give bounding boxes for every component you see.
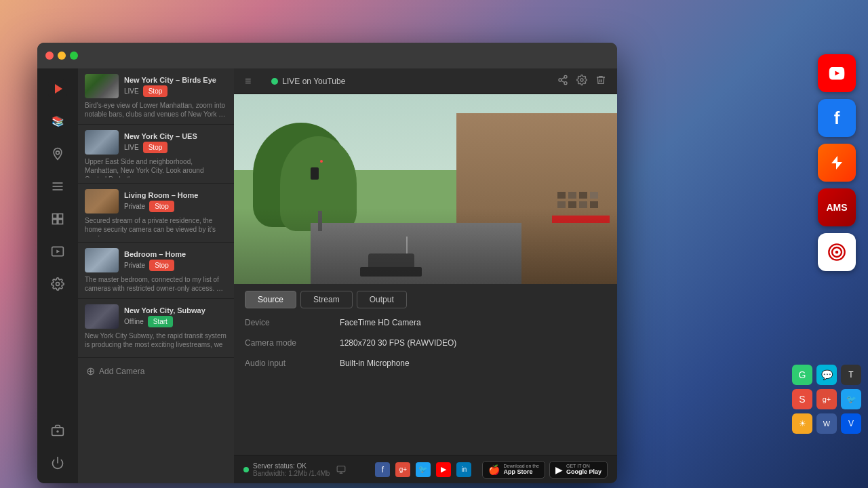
stop-button-2[interactable]: Stop bbox=[143, 142, 168, 153]
device-row: Device FaceTime HD Camera bbox=[245, 318, 606, 327]
svg-line-18 bbox=[561, 77, 565, 79]
sidebar-item-list[interactable] bbox=[44, 173, 71, 200]
desktop-target[interactable] bbox=[818, 233, 856, 271]
share-icon[interactable] bbox=[557, 75, 568, 88]
stream-status-5: Offline bbox=[124, 318, 144, 325]
stream-item-4[interactable]: Bedroom – Home Private Stop The master b… bbox=[78, 243, 234, 299]
sidebar-item-power[interactable] bbox=[44, 449, 71, 476]
social-googleplus[interactable]: g+ bbox=[395, 462, 410, 477]
app-store-badge[interactable]: 🍎 Download on the App Store bbox=[482, 461, 545, 479]
svg-point-15 bbox=[559, 79, 561, 81]
desktop-ams[interactable]: AMS bbox=[818, 188, 856, 226]
stream-status-1: LIVE bbox=[124, 87, 139, 95]
desktop-apps-bottom: G 💬 T S g+ 🐦 ☀ W V bbox=[792, 365, 861, 434]
tab-output[interactable]: Output bbox=[357, 291, 407, 308]
tab-source[interactable]: Source bbox=[245, 291, 296, 308]
maximize-button[interactable] bbox=[70, 52, 78, 60]
desktop-facebook[interactable]: f bbox=[818, 99, 856, 137]
stream-thumb-1 bbox=[85, 74, 119, 98]
svg-line-17 bbox=[561, 81, 565, 83]
stream-item-2[interactable]: New York City – UES LIVE Stop Upper East… bbox=[78, 125, 234, 184]
social-youtube[interactable]: ▶ bbox=[436, 462, 451, 477]
google-play-icon: ▶ bbox=[555, 464, 563, 475]
stream-title-2: New York City – UES bbox=[124, 132, 227, 140]
sidebar-item-stream[interactable] bbox=[44, 238, 71, 265]
sidebar-item-add[interactable] bbox=[44, 417, 71, 444]
add-camera-button[interactable]: ⊕ Add Camera bbox=[78, 358, 234, 384]
start-button-5[interactable]: Start bbox=[148, 316, 173, 327]
stream-item-1[interactable]: New York City – Birds Eye LIVE Stop Bird… bbox=[78, 68, 234, 125]
google-play-badge[interactable]: ▶ GET IT ON Google Play bbox=[549, 461, 608, 479]
sidebar-item-location[interactable] bbox=[44, 140, 71, 167]
stream-status-3: Private bbox=[124, 203, 145, 210]
svg-point-19 bbox=[580, 79, 583, 81]
google-play-sub: GET IT ON bbox=[566, 464, 601, 468]
sidebar-item-home[interactable] bbox=[44, 75, 71, 102]
desktop-youtube[interactable] bbox=[818, 54, 856, 92]
desktop-nitro[interactable] bbox=[818, 144, 856, 182]
mini-icon-2[interactable]: 💬 bbox=[816, 365, 837, 385]
device-value: FaceTime HD Camera bbox=[340, 318, 421, 327]
stream-desc-2: Upper East Side and neighborhood, Manhat… bbox=[85, 157, 227, 178]
camera-mode-row: Camera mode 868x488 30 FPS (RAWVIDEO) bbox=[245, 338, 606, 348]
right-panel: ≡ LIVE on YouTube bbox=[234, 68, 617, 483]
sidebar-item-library[interactable]: 📚 bbox=[44, 108, 71, 135]
svg-point-0 bbox=[56, 151, 60, 155]
camera-mode-value: 868x488 30 FPS (RAWVIDEO) bbox=[340, 338, 456, 348]
mini-icon-8[interactable]: W bbox=[816, 413, 837, 434]
svg-rect-1 bbox=[53, 182, 63, 184]
mini-icon-1[interactable]: G bbox=[792, 365, 812, 385]
stream-desc-1: Bird's-eye view of Lower Manhattan, zoom… bbox=[85, 101, 227, 119]
stream-thumb-2 bbox=[85, 130, 119, 155]
close-button[interactable] bbox=[45, 52, 54, 60]
svg-rect-4 bbox=[53, 214, 58, 219]
stream-desc-4: The master bedroom, connected to my list… bbox=[85, 275, 227, 293]
live-status-text: LIVE on YouTube bbox=[282, 77, 345, 86]
stream-status-4: Private bbox=[124, 262, 145, 269]
stream-desc-3: Secured stream of a private residence, t… bbox=[85, 216, 227, 237]
sidebar-item-settings[interactable] bbox=[44, 270, 71, 298]
minimize-button[interactable] bbox=[58, 52, 66, 60]
svg-rect-6 bbox=[53, 220, 58, 224]
bottom-controls: Source Stream Output Device FaceTime HD … bbox=[234, 284, 617, 455]
titlebar bbox=[37, 43, 617, 68]
settings-icon[interactable] bbox=[576, 75, 587, 88]
stop-button-4[interactable]: Stop bbox=[149, 260, 174, 271]
svg-point-16 bbox=[564, 81, 567, 84]
mini-icon-7[interactable]: ☀ bbox=[792, 413, 812, 434]
sidebar-item-grid[interactable] bbox=[44, 205, 71, 232]
social-facebook[interactable]: f bbox=[375, 462, 390, 477]
device-info-table: Device FaceTime HD Camera Camera mode 12… bbox=[245, 318, 606, 368]
add-icon: ⊕ bbox=[86, 365, 95, 378]
svg-point-9 bbox=[56, 283, 60, 286]
server-status: Server status: OK Bandwidth: 1.2Mb /1.4M… bbox=[243, 462, 375, 477]
main-window: 📚 bbox=[37, 43, 617, 483]
stream-status-2: LIVE bbox=[124, 144, 139, 151]
stream-title-5: New York City, Subway bbox=[124, 306, 227, 314]
mini-icon-5[interactable]: g+ bbox=[816, 389, 837, 409]
mini-icon-9[interactable]: V bbox=[841, 413, 861, 434]
stop-button-3[interactable]: Stop bbox=[149, 201, 174, 212]
hamburger-icon[interactable]: ≡ bbox=[245, 75, 251, 87]
delete-icon[interactable] bbox=[595, 75, 606, 88]
stream-title-4: Bedroom – Home bbox=[124, 250, 227, 258]
stream-item-5[interactable]: New York City, Subway Offline Start New … bbox=[78, 299, 234, 358]
svg-rect-2 bbox=[53, 186, 63, 187]
audio-input-value: Built-in Microphone bbox=[340, 359, 410, 368]
stream-thumb-4 bbox=[85, 248, 119, 272]
live-indicator: LIVE on YouTube bbox=[271, 77, 345, 86]
mini-icon-4[interactable]: S bbox=[792, 389, 812, 409]
social-twitter[interactable]: 🐦 bbox=[416, 462, 431, 477]
mini-icon-6[interactable]: 🐦 bbox=[841, 389, 861, 409]
bandwidth-icon bbox=[336, 465, 346, 474]
stream-item-3[interactable]: Living Room – Home Private Stop Secured … bbox=[78, 184, 234, 243]
main-content: 📚 bbox=[37, 68, 617, 483]
stream-title-3: Living Room – Home bbox=[124, 191, 227, 199]
social-linkedin[interactable]: in bbox=[456, 462, 471, 477]
mini-icon-3[interactable]: T bbox=[841, 365, 861, 385]
tab-stream[interactable]: Stream bbox=[300, 291, 353, 308]
stop-button-1[interactable]: Stop bbox=[143, 85, 168, 97]
stream-header: ≡ LIVE on YouTube bbox=[234, 68, 617, 94]
stream-title-1: New York City – Birds Eye bbox=[124, 76, 227, 84]
stream-desc-5: New York City Subway, the rapid transit … bbox=[85, 331, 227, 352]
